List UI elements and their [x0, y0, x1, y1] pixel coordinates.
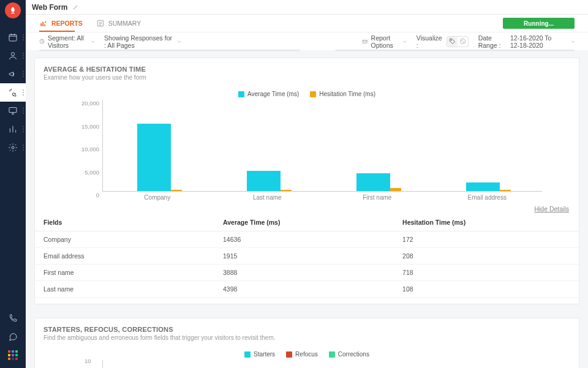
table-row: First name3888718 [35, 265, 579, 281]
legend-hes[interactable]: Hesitation Time (ms) [310, 91, 375, 97]
hide-details-link[interactable]: Hide Details [534, 205, 569, 212]
nav-monitor[interactable] [0, 102, 26, 120]
nav-chat[interactable] [0, 328, 26, 346]
chart2-legend: Starters Refocus Corrections [35, 351, 579, 358]
main-area: Web Form REPORTS SUMMARY Running... Segm… [26, 0, 588, 368]
nav-megaphone[interactable] [0, 65, 26, 83]
rocket-icon [9, 6, 17, 15]
chevron-down-icon [571, 39, 575, 44]
table-row: Email address1915208 [35, 248, 579, 265]
segment-dropdown[interactable]: Segment: All Visitors [39, 34, 94, 49]
summary-tab-icon [96, 19, 105, 28]
chevron-down-icon [403, 39, 406, 44]
status-running-button[interactable]: Running... [503, 18, 575, 29]
bar-avg[interactable] [247, 171, 281, 191]
tab-summary-label: SUMMARY [108, 20, 141, 27]
visualize-toggle: Visualize : [417, 34, 469, 49]
table-cell-avg: 4398 [214, 281, 394, 298]
content-scroll[interactable]: AVERAGE & HESITATION TIME Examine how yo… [26, 50, 588, 368]
svg-rect-0 [9, 34, 17, 41]
bar-hes[interactable] [281, 190, 292, 191]
chevron-down-icon [91, 39, 94, 44]
segment-label: Segment: All Visitors [48, 34, 88, 49]
tab-reports[interactable]: REPORTS [39, 15, 83, 32]
legend-refocus[interactable]: Refocus [286, 351, 318, 358]
th-avg: Average Time (ms) [214, 214, 394, 231]
no-tag-icon [459, 38, 466, 45]
date-range-label: Date Range : [478, 34, 503, 49]
page-title: Web Form [32, 3, 67, 12]
bar-avg[interactable] [137, 124, 171, 191]
th-fields: Fields [35, 214, 214, 231]
bar-avg[interactable] [466, 182, 500, 191]
nav-apps[interactable] [0, 346, 26, 364]
y-tick-label: 5,000 [74, 168, 99, 175]
tab-reports-label: REPORTS [51, 20, 83, 27]
cursor-click-icon [8, 88, 18, 97]
x-tick-label: First name [363, 194, 391, 201]
reports-tab-icon [39, 19, 48, 28]
nav-settings[interactable] [0, 138, 26, 157]
x-tick-label: Company [144, 194, 170, 201]
date-range-picker[interactable]: Date Range : 12-16-2020 To 12-18-2020 [478, 34, 575, 49]
table-cell-avg: 1915 [214, 248, 394, 265]
user-icon [8, 51, 18, 61]
y-tick-label: 15,000 [74, 122, 99, 129]
table-cell-field: Company [35, 231, 214, 248]
megaphone-icon [8, 69, 18, 79]
tab-summary[interactable]: SUMMARY [96, 15, 141, 32]
chevron-down-icon [178, 39, 181, 44]
legend-starters[interactable]: Starters [244, 351, 275, 358]
table-cell-field: First name [35, 265, 214, 281]
chart2: 10 [35, 360, 579, 368]
visualize-option-2[interactable] [458, 37, 468, 47]
visualize-option-1[interactable] [447, 37, 458, 47]
report-options-label: Report Options [371, 34, 401, 49]
x-tick-label: Email address [468, 194, 507, 201]
calendar-icon [8, 32, 18, 42]
data-table: Fields Average Time (ms) Hesitation Time… [35, 214, 579, 298]
bar-hes[interactable] [500, 190, 511, 191]
tag-icon [449, 38, 456, 45]
svg-point-7 [451, 40, 451, 40]
nav-form-analytics[interactable] [0, 83, 26, 102]
card2-title: STARTERS, REFOCUS, CORRECTIONS [43, 326, 570, 333]
table-cell-hes: 172 [394, 231, 579, 248]
date-range-value: 12-16-2020 To 12-18-2020 [510, 34, 561, 49]
nav-phone[interactable] [0, 309, 26, 328]
table-row: Last name4398108 [35, 281, 579, 298]
status-running-label: Running... [524, 20, 554, 27]
table-cell-hes: 718 [394, 265, 579, 281]
chart2-ytick: 10 [85, 358, 91, 364]
card-starters-refocus: STARTERS, REFOCUS, CORRECTIONS Find the … [34, 318, 579, 368]
chat-icon [8, 332, 18, 342]
table-cell-field: Email address [35, 248, 214, 265]
monitor-icon [8, 106, 18, 116]
nav-reports[interactable] [0, 120, 26, 138]
svg-rect-6 [363, 40, 367, 43]
gear-icon [8, 143, 18, 152]
nav-user[interactable] [0, 47, 26, 65]
tabs-row: REPORTS SUMMARY Running... [26, 15, 588, 32]
app-logo[interactable] [5, 2, 21, 18]
svg-rect-2 [9, 108, 17, 113]
segment-icon [39, 37, 45, 45]
legend-corrections[interactable]: Corrections [329, 351, 369, 358]
card-avg-hesitation: AVERAGE & HESITATION TIME Examine how yo… [34, 58, 579, 304]
legend-avg[interactable]: Average Time (ms) [238, 91, 299, 97]
edit-title-icon[interactable] [72, 4, 79, 10]
th-hes: Hesitation Time (ms) [394, 214, 579, 231]
bar-avg[interactable] [356, 173, 390, 191]
table-cell-hes: 208 [394, 248, 579, 265]
visualize-label: Visualize : [417, 34, 443, 49]
bar-hes[interactable] [390, 188, 401, 191]
bar-hes[interactable] [171, 190, 182, 191]
pages-dropdown[interactable]: Showing Responses for : All Pages [104, 34, 181, 49]
bar-chart-icon [8, 124, 18, 134]
table-row: Company14636172 [35, 231, 579, 248]
report-options-dropdown[interactable]: Report Options [362, 34, 407, 49]
y-tick-label: 0 [74, 192, 99, 198]
nav-calendar[interactable] [0, 28, 26, 47]
mail-icon [362, 37, 368, 46]
table-cell-avg: 14636 [214, 231, 394, 248]
